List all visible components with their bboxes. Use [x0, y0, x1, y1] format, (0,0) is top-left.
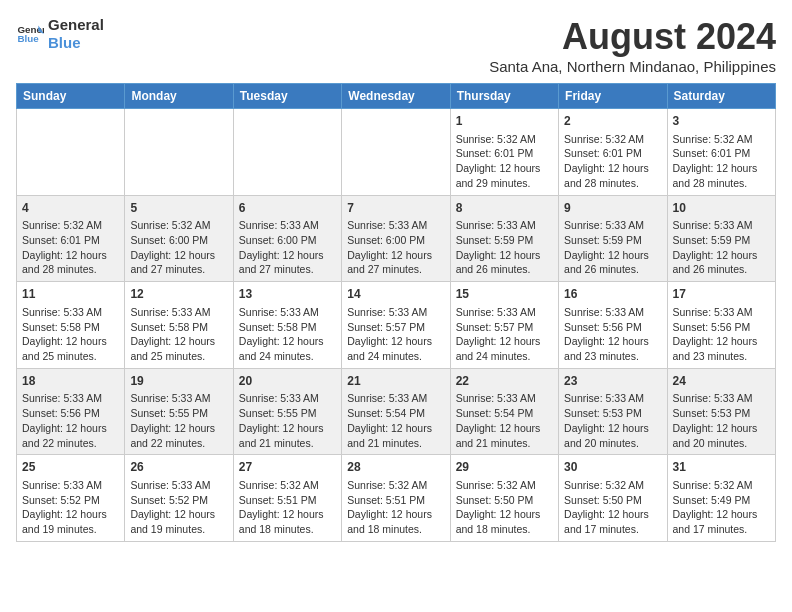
calendar-day-cell: 22Sunrise: 5:33 AM Sunset: 5:54 PM Dayli… [450, 368, 558, 455]
day-of-week-header: Saturday [667, 84, 775, 109]
day-number: 28 [347, 459, 444, 476]
day-info: Sunrise: 5:33 AM Sunset: 5:54 PM Dayligh… [456, 391, 553, 450]
day-number: 24 [673, 373, 770, 390]
day-of-week-header: Thursday [450, 84, 558, 109]
logo-icon: General Blue [16, 20, 44, 48]
calendar-day-cell: 13Sunrise: 5:33 AM Sunset: 5:58 PM Dayli… [233, 282, 341, 369]
day-number: 14 [347, 286, 444, 303]
calendar-day-cell [125, 109, 233, 196]
day-of-week-header: Tuesday [233, 84, 341, 109]
calendar-day-cell [342, 109, 450, 196]
day-info: Sunrise: 5:32 AM Sunset: 6:01 PM Dayligh… [456, 132, 553, 191]
day-info: Sunrise: 5:33 AM Sunset: 6:00 PM Dayligh… [347, 218, 444, 277]
calendar-week-row: 1Sunrise: 5:32 AM Sunset: 6:01 PM Daylig… [17, 109, 776, 196]
day-number: 18 [22, 373, 119, 390]
calendar-day-cell: 15Sunrise: 5:33 AM Sunset: 5:57 PM Dayli… [450, 282, 558, 369]
day-info: Sunrise: 5:32 AM Sunset: 5:51 PM Dayligh… [239, 478, 336, 537]
day-info: Sunrise: 5:33 AM Sunset: 5:58 PM Dayligh… [22, 305, 119, 364]
day-number: 10 [673, 200, 770, 217]
calendar-day-cell: 7Sunrise: 5:33 AM Sunset: 6:00 PM Daylig… [342, 195, 450, 282]
calendar-day-cell: 26Sunrise: 5:33 AM Sunset: 5:52 PM Dayli… [125, 455, 233, 542]
day-info: Sunrise: 5:33 AM Sunset: 5:52 PM Dayligh… [130, 478, 227, 537]
calendar-header-row: SundayMondayTuesdayWednesdayThursdayFrid… [17, 84, 776, 109]
day-info: Sunrise: 5:33 AM Sunset: 6:00 PM Dayligh… [239, 218, 336, 277]
calendar-day-cell: 5Sunrise: 5:32 AM Sunset: 6:00 PM Daylig… [125, 195, 233, 282]
day-number: 16 [564, 286, 661, 303]
calendar-day-cell: 29Sunrise: 5:32 AM Sunset: 5:50 PM Dayli… [450, 455, 558, 542]
day-info: Sunrise: 5:32 AM Sunset: 6:01 PM Dayligh… [564, 132, 661, 191]
calendar-table: SundayMondayTuesdayWednesdayThursdayFrid… [16, 83, 776, 542]
day-number: 19 [130, 373, 227, 390]
day-number: 15 [456, 286, 553, 303]
day-info: Sunrise: 5:33 AM Sunset: 5:59 PM Dayligh… [564, 218, 661, 277]
day-info: Sunrise: 5:33 AM Sunset: 5:56 PM Dayligh… [22, 391, 119, 450]
calendar-day-cell: 24Sunrise: 5:33 AM Sunset: 5:53 PM Dayli… [667, 368, 775, 455]
calendar-day-cell: 2Sunrise: 5:32 AM Sunset: 6:01 PM Daylig… [559, 109, 667, 196]
calendar-day-cell: 10Sunrise: 5:33 AM Sunset: 5:59 PM Dayli… [667, 195, 775, 282]
day-info: Sunrise: 5:33 AM Sunset: 5:55 PM Dayligh… [239, 391, 336, 450]
calendar-day-cell: 4Sunrise: 5:32 AM Sunset: 6:01 PM Daylig… [17, 195, 125, 282]
calendar-day-cell: 17Sunrise: 5:33 AM Sunset: 5:56 PM Dayli… [667, 282, 775, 369]
day-of-week-header: Friday [559, 84, 667, 109]
day-number: 11 [22, 286, 119, 303]
day-info: Sunrise: 5:32 AM Sunset: 6:01 PM Dayligh… [22, 218, 119, 277]
calendar-day-cell: 25Sunrise: 5:33 AM Sunset: 5:52 PM Dayli… [17, 455, 125, 542]
day-number: 20 [239, 373, 336, 390]
calendar-day-cell: 31Sunrise: 5:32 AM Sunset: 5:49 PM Dayli… [667, 455, 775, 542]
day-number: 30 [564, 459, 661, 476]
title-block: August 2024 Santa Ana, Northern Mindanao… [489, 16, 776, 75]
day-info: Sunrise: 5:33 AM Sunset: 5:58 PM Dayligh… [130, 305, 227, 364]
day-info: Sunrise: 5:33 AM Sunset: 5:53 PM Dayligh… [564, 391, 661, 450]
day-info: Sunrise: 5:33 AM Sunset: 5:59 PM Dayligh… [673, 218, 770, 277]
day-number: 22 [456, 373, 553, 390]
day-info: Sunrise: 5:32 AM Sunset: 5:50 PM Dayligh… [564, 478, 661, 537]
day-number: 31 [673, 459, 770, 476]
calendar-day-cell: 19Sunrise: 5:33 AM Sunset: 5:55 PM Dayli… [125, 368, 233, 455]
day-number: 1 [456, 113, 553, 130]
location-title: Santa Ana, Northern Mindanao, Philippine… [489, 58, 776, 75]
calendar-week-row: 4Sunrise: 5:32 AM Sunset: 6:01 PM Daylig… [17, 195, 776, 282]
calendar-day-cell: 27Sunrise: 5:32 AM Sunset: 5:51 PM Dayli… [233, 455, 341, 542]
day-info: Sunrise: 5:33 AM Sunset: 5:57 PM Dayligh… [347, 305, 444, 364]
calendar-day-cell: 28Sunrise: 5:32 AM Sunset: 5:51 PM Dayli… [342, 455, 450, 542]
day-info: Sunrise: 5:33 AM Sunset: 5:57 PM Dayligh… [456, 305, 553, 364]
day-number: 25 [22, 459, 119, 476]
day-info: Sunrise: 5:33 AM Sunset: 5:56 PM Dayligh… [673, 305, 770, 364]
day-info: Sunrise: 5:33 AM Sunset: 5:52 PM Dayligh… [22, 478, 119, 537]
day-info: Sunrise: 5:32 AM Sunset: 5:51 PM Dayligh… [347, 478, 444, 537]
calendar-week-row: 11Sunrise: 5:33 AM Sunset: 5:58 PM Dayli… [17, 282, 776, 369]
day-info: Sunrise: 5:32 AM Sunset: 5:50 PM Dayligh… [456, 478, 553, 537]
logo: General Blue General Blue [16, 16, 104, 52]
day-info: Sunrise: 5:32 AM Sunset: 6:01 PM Dayligh… [673, 132, 770, 191]
calendar-day-cell: 8Sunrise: 5:33 AM Sunset: 5:59 PM Daylig… [450, 195, 558, 282]
calendar-day-cell: 18Sunrise: 5:33 AM Sunset: 5:56 PM Dayli… [17, 368, 125, 455]
day-number: 12 [130, 286, 227, 303]
calendar-day-cell: 23Sunrise: 5:33 AM Sunset: 5:53 PM Dayli… [559, 368, 667, 455]
day-of-week-header: Wednesday [342, 84, 450, 109]
day-number: 27 [239, 459, 336, 476]
calendar-day-cell: 16Sunrise: 5:33 AM Sunset: 5:56 PM Dayli… [559, 282, 667, 369]
svg-text:Blue: Blue [17, 33, 39, 44]
page-header: General Blue General Blue August 2024 Sa… [16, 16, 776, 75]
day-number: 21 [347, 373, 444, 390]
day-info: Sunrise: 5:33 AM Sunset: 5:58 PM Dayligh… [239, 305, 336, 364]
calendar-day-cell: 30Sunrise: 5:32 AM Sunset: 5:50 PM Dayli… [559, 455, 667, 542]
day-number: 4 [22, 200, 119, 217]
day-number: 9 [564, 200, 661, 217]
logo-line2: Blue [48, 34, 104, 52]
calendar-week-row: 18Sunrise: 5:33 AM Sunset: 5:56 PM Dayli… [17, 368, 776, 455]
calendar-day-cell: 20Sunrise: 5:33 AM Sunset: 5:55 PM Dayli… [233, 368, 341, 455]
day-of-week-header: Monday [125, 84, 233, 109]
calendar-day-cell: 6Sunrise: 5:33 AM Sunset: 6:00 PM Daylig… [233, 195, 341, 282]
calendar-day-cell [233, 109, 341, 196]
day-number: 3 [673, 113, 770, 130]
calendar-day-cell: 9Sunrise: 5:33 AM Sunset: 5:59 PM Daylig… [559, 195, 667, 282]
calendar-day-cell: 11Sunrise: 5:33 AM Sunset: 5:58 PM Dayli… [17, 282, 125, 369]
day-number: 6 [239, 200, 336, 217]
day-number: 7 [347, 200, 444, 217]
day-number: 17 [673, 286, 770, 303]
day-info: Sunrise: 5:32 AM Sunset: 6:00 PM Dayligh… [130, 218, 227, 277]
calendar-day-cell: 12Sunrise: 5:33 AM Sunset: 5:58 PM Dayli… [125, 282, 233, 369]
day-info: Sunrise: 5:33 AM Sunset: 5:54 PM Dayligh… [347, 391, 444, 450]
day-info: Sunrise: 5:32 AM Sunset: 5:49 PM Dayligh… [673, 478, 770, 537]
